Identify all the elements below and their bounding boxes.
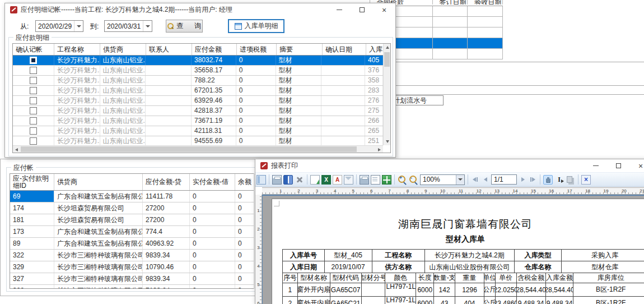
table-row[interactable]: 173 广东合和建筑五金制品有限公司 774.4 0 0 bbox=[10, 226, 260, 238]
table-row[interactable]: 长沙万科魅力... 山东南山铝业... 42118.31 0 型材 265 bbox=[13, 126, 383, 136]
report-preview-area[interactable]: 湖南巨晟门窗幕墙有限公司 型材入库单 入库单号 型材_405 工程名称 长沙万科… bbox=[262, 195, 644, 304]
table-row[interactable]: 长沙万科魅力... 山东南山铝业... 788.22 0 型材 358 bbox=[13, 76, 383, 86]
table-row[interactable]: 326 长沙市三湘特种玻璃有限公司 7193.64 0 0 bbox=[10, 285, 260, 289]
scrollbar-thumb[interactable] bbox=[384, 52, 390, 67]
inbound-detail-button[interactable]: 入库单明细 bbox=[228, 19, 284, 33]
cell-supplier: 山东南山铝业... bbox=[100, 126, 146, 136]
close-button[interactable]: × bbox=[373, 3, 395, 16]
detail-col: 含税金额 bbox=[517, 273, 546, 283]
chevron-down-icon[interactable] bbox=[456, 175, 464, 185]
vertical-scrollbar[interactable] bbox=[383, 44, 390, 145]
copy-icon[interactable] bbox=[566, 175, 575, 185]
cell-summary: 型材 bbox=[276, 76, 322, 85]
detail-col: 单价 bbox=[496, 273, 517, 283]
table-row[interactable]: 长沙万科魅力... 山东南山铝业... 63929.46 0 型材 276 bbox=[13, 96, 383, 106]
page-setup-icon[interactable] bbox=[371, 175, 380, 185]
zoom-out-icon[interactable]: - bbox=[409, 175, 418, 185]
table-row[interactable]: 89 广东合和建筑五金制品有限公司 40963.92 0 0 bbox=[10, 238, 260, 250]
tools-icon[interactable] bbox=[295, 175, 304, 185]
cell-tax: 0 bbox=[236, 106, 276, 116]
zoom-level-combo[interactable]: 100% bbox=[420, 174, 465, 185]
minimize-button[interactable] bbox=[585, 159, 607, 172]
export-excel-icon[interactable]: X bbox=[321, 175, 331, 185]
table-row[interactable]: 长沙万科魅力... 山东南山铝业... 73671.19 0 型材 266 bbox=[13, 116, 383, 126]
export-icon[interactable] bbox=[310, 175, 320, 185]
table-row[interactable]: 322 长沙市三湘特种玻璃有限公司 9839.34 0 0 bbox=[10, 250, 260, 261]
confirm-checkbox[interactable] bbox=[30, 137, 37, 145]
from-label: 从: bbox=[20, 22, 29, 31]
chevron-down-icon[interactable] bbox=[143, 21, 152, 31]
detail-cell: 窗外开内扇 bbox=[298, 297, 330, 304]
print-setup-icon[interactable] bbox=[360, 175, 369, 185]
titlebar[interactable]: 报表打印 × bbox=[255, 159, 644, 172]
close-preview-icon[interactable]: × bbox=[581, 175, 591, 185]
table-row[interactable]: 327 长沙市三湘特种玻璃有限公司 9839.34 0 0 bbox=[10, 273, 260, 285]
detail-cell bbox=[362, 297, 386, 304]
confirm-checkbox[interactable] bbox=[30, 57, 37, 64]
query-button[interactable]: 查 询 bbox=[166, 20, 203, 33]
preview-book-icon[interactable] bbox=[283, 175, 293, 185]
confirm-checkbox[interactable] bbox=[30, 77, 37, 84]
maximize-button[interactable] bbox=[607, 159, 629, 172]
confirm-checkbox[interactable] bbox=[30, 67, 37, 74]
table-row[interactable]: 长沙万科魅力... 山东南山铝业... 94555.69 0 型材 251 bbox=[13, 136, 383, 145]
col-amount: 应付金额 bbox=[192, 44, 237, 55]
col-supplier: 供货商 bbox=[54, 174, 143, 190]
scroll-right-icon[interactable] bbox=[376, 146, 383, 153]
confirm-checkbox[interactable] bbox=[30, 87, 37, 94]
table-row[interactable]: 长沙万科魅力... 山东南山铝业... 67201.35 0 型材 283 bbox=[13, 86, 383, 96]
horizontal-scrollbar[interactable] bbox=[13, 145, 383, 153]
table-row[interactable]: 174 长沙坦森贸易有限公司 27200 0 0 bbox=[10, 202, 260, 214]
scroll-left-icon[interactable] bbox=[13, 146, 20, 153]
scrollbar-thumb[interactable] bbox=[21, 146, 357, 152]
minimize-button[interactable] bbox=[328, 3, 351, 16]
chevron-down-icon[interactable] bbox=[74, 21, 83, 31]
text-select-icon[interactable]: I bbox=[554, 175, 564, 185]
table-row[interactable]: 长沙万科魅力... 山东南山铝业... 38032.74 0 型材 405 bbox=[13, 56, 383, 66]
zoom-in-icon[interactable]: + bbox=[398, 175, 407, 185]
export-grid-icon[interactable] bbox=[382, 175, 391, 185]
table-row[interactable]: 长沙万科魅力... 山东南山铝业... 42818.37 0 型材 275 bbox=[13, 106, 383, 116]
prev-page-button[interactable] bbox=[481, 175, 489, 184]
table-row[interactable]: 329 长沙市三湘特种玻璃有限公司 10790.46 0 0 bbox=[10, 261, 260, 273]
to-date-combo[interactable]: 2020/03/31 bbox=[104, 20, 152, 32]
detail-cell: 43 bbox=[434, 297, 455, 304]
payable-account-table: 应-实付款明细ID 供货商 应付金额-贷 实付金额-借 余额 69 广东合和建筑… bbox=[10, 173, 261, 289]
to-date-value: 2020/03/31 bbox=[105, 22, 143, 30]
col-inbound: 入库 bbox=[366, 44, 384, 55]
cell-credit: 774.4 bbox=[143, 226, 190, 237]
maximize-button[interactable] bbox=[351, 3, 373, 16]
ruler-number: 8 bbox=[391, 188, 409, 194]
confirm-checkbox[interactable] bbox=[30, 107, 37, 114]
print-icon[interactable] bbox=[272, 175, 282, 185]
table-row[interactable]: 181 长沙坦森贸易有限公司 27200 0 0 bbox=[10, 214, 260, 226]
last-page-button[interactable] bbox=[529, 175, 537, 184]
cell-confirm-date bbox=[321, 96, 365, 105]
cell-summary: 型材 bbox=[276, 66, 322, 75]
confirm-checkbox[interactable] bbox=[30, 97, 37, 104]
export-pdf-icon[interactable]: A bbox=[333, 175, 342, 185]
from-date-combo[interactable]: 2020/02/29 bbox=[35, 20, 83, 32]
page-number-input[interactable]: 1/1 bbox=[491, 174, 517, 185]
close-button[interactable]: × bbox=[629, 159, 644, 172]
send-mail-icon[interactable] bbox=[344, 175, 353, 185]
cell-debit: 0 bbox=[190, 191, 235, 202]
cell-confirm-date bbox=[321, 66, 365, 75]
confirm-checkbox[interactable] bbox=[30, 127, 37, 135]
table-row[interactable]: 69 广东合和建筑五金制品有限公司 11411.78 0 0 bbox=[10, 191, 260, 202]
cell-project: 长沙万科魅力... bbox=[54, 66, 100, 75]
titlebar[interactable]: 应付明细记帐------当前工程: 长沙万科魅力之城4.2期------当前用户… bbox=[5, 3, 395, 16]
scroll-down-icon[interactable] bbox=[384, 138, 391, 145]
cell-balance: 0 bbox=[235, 273, 255, 284]
panel-icon[interactable] bbox=[256, 175, 266, 185]
hand-tool-icon[interactable] bbox=[543, 175, 553, 185]
confirm-checkbox[interactable] bbox=[30, 117, 37, 125]
detail-cell: GA65C21 bbox=[330, 297, 362, 304]
detail-col: 型材代码 bbox=[330, 273, 362, 283]
table-row[interactable]: 长沙万科魅力... 山东南山铝业... 35658.17 0 型材 376 bbox=[13, 66, 383, 76]
ruler-number: 10 bbox=[427, 188, 445, 194]
cell-confirm-date bbox=[321, 56, 365, 65]
first-page-button[interactable] bbox=[471, 175, 479, 184]
next-page-button[interactable] bbox=[519, 175, 527, 184]
scroll-up-icon[interactable] bbox=[384, 44, 391, 51]
